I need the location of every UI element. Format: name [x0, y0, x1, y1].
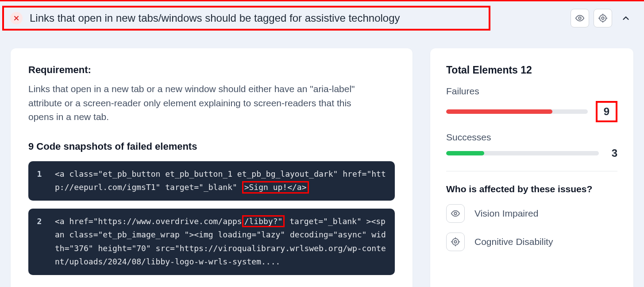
- main-card: Requirement: Links that open in a new ta…: [11, 48, 413, 287]
- affected-label: Cognitive Disability: [474, 237, 553, 247]
- affected-label: Vision Impaired: [474, 208, 538, 219]
- focus-filter-button[interactable]: [594, 9, 612, 27]
- code-snapshot: 2 <a href="https://www.overdrive.com/app…: [28, 209, 395, 275]
- failures-stat: Failures 9: [446, 86, 617, 122]
- content-row: Requirement: Links that open in a new ta…: [0, 35, 644, 287]
- failures-label: Failures: [446, 86, 617, 97]
- requirement-text: Links that open in a new tab or a new wi…: [28, 82, 378, 124]
- failures-bar: [446, 109, 588, 114]
- svg-point-3: [454, 212, 457, 215]
- affected-item: Cognitive Disability: [446, 233, 617, 251]
- total-elements-label: Total Elements 12: [446, 64, 617, 76]
- issue-header: Links that open in new tabs/windows shou…: [0, 0, 644, 35]
- issue-title: Links that open in new tabs/windows shou…: [30, 12, 400, 24]
- svg-point-4: [452, 239, 459, 245]
- successes-stat: Successes 3: [446, 132, 617, 159]
- snapshot-code: <a href="https://www.overdrive.com/apps/…: [50, 209, 395, 275]
- snapshots-heading: 9 Code snapshots of failed elements: [28, 141, 395, 152]
- chevron-up-icon: [621, 13, 631, 23]
- snapshot-number: 2: [28, 209, 50, 275]
- code-highlight: >Sign up!</a>: [242, 181, 309, 194]
- target-icon-box: [446, 233, 465, 251]
- code-highlight: /libby?": [242, 215, 285, 228]
- successes-bar: [446, 151, 599, 155]
- svg-point-5: [454, 240, 457, 243]
- svg-point-1: [600, 15, 606, 22]
- issue-header-highlight: Links that open in new tabs/windows shou…: [2, 6, 490, 31]
- divider: [446, 171, 617, 171]
- svg-point-0: [578, 17, 581, 19]
- code-snapshot: 1 <a class="et_pb_button et_pb_button_1 …: [28, 161, 395, 201]
- svg-point-2: [602, 17, 604, 19]
- eye-icon: [575, 13, 585, 23]
- affected-item: Vision Impaired: [446, 204, 617, 223]
- affected-heading: Who is affected by these issues?: [446, 184, 617, 194]
- error-icon: [10, 12, 23, 24]
- successes-label: Successes: [446, 132, 617, 143]
- eye-icon-box: [446, 204, 465, 223]
- requirement-label: Requirement:: [28, 64, 395, 76]
- snapshot-code: <a class="et_pb_button et_pb_button_1 et…: [50, 161, 395, 201]
- target-icon: [598, 13, 608, 23]
- failures-count: 9: [596, 101, 617, 122]
- eye-icon: [451, 209, 460, 218]
- successes-count: 3: [607, 147, 617, 159]
- snapshot-number: 1: [28, 161, 50, 201]
- vision-filter-button[interactable]: [571, 9, 589, 27]
- target-icon: [451, 237, 460, 247]
- header-actions: [571, 9, 635, 27]
- collapse-button[interactable]: [617, 9, 635, 27]
- summary-card: Total Elements 12 Failures 9 Successes 3…: [430, 48, 633, 287]
